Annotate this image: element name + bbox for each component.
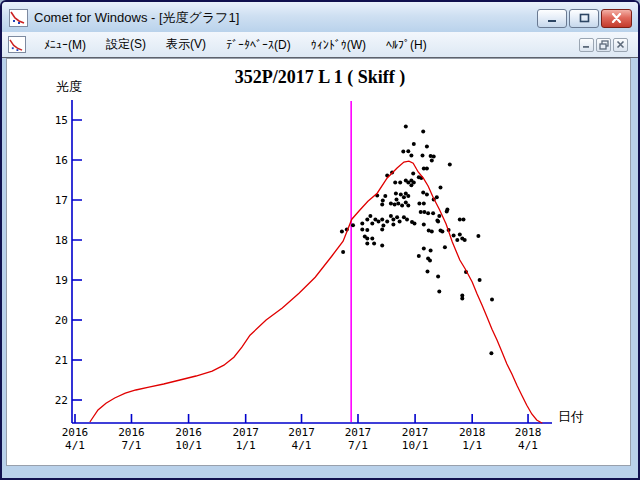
mdi-restore-icon <box>599 40 609 50</box>
menu-item-view[interactable]: 表示(V) <box>156 33 216 56</box>
menu-bar: ﾒﾆｭｰ(M)設定(S)表示(V)ﾃﾞｰﾀﾍﾞｰｽ(D)ｳｨﾝﾄﾞｳ(W)ﾍﾙﾌ… <box>2 32 638 58</box>
menu-item-menu[interactable]: ﾒﾆｭｰ(M) <box>34 35 96 55</box>
menu-item-help[interactable]: ﾍﾙﾌﾟ(H) <box>376 35 437 55</box>
mdi-close-icon <box>616 40 625 49</box>
title-bar: Comet for Windows - [光度グラフ1] <box>2 2 638 32</box>
window-title: Comet for Windows - [光度グラフ1] <box>34 9 537 27</box>
maximize-button[interactable] <box>569 9 599 28</box>
mdi-child-icon[interactable] <box>8 36 26 53</box>
menubar-items: ﾒﾆｭｰ(M)設定(S)表示(V)ﾃﾞｰﾀﾍﾞｰｽ(D)ｳｨﾝﾄﾞｳ(W)ﾍﾙﾌ… <box>34 33 579 56</box>
minimize-icon <box>547 14 557 23</box>
mdi-close-button[interactable] <box>613 38 628 52</box>
maximize-icon <box>579 13 590 23</box>
app-window: Comet for Windows - [光度グラフ1] ﾒﾆｭｰ(M)設定(S… <box>0 0 640 480</box>
close-button[interactable] <box>601 9 632 28</box>
minimize-button[interactable] <box>537 9 567 28</box>
menu-item-settings[interactable]: 設定(S) <box>96 33 156 56</box>
chart-client-area <box>6 58 631 466</box>
menu-item-database[interactable]: ﾃﾞｰﾀﾍﾞｰｽ(D) <box>216 35 301 55</box>
mdi-restore-button[interactable] <box>596 38 611 52</box>
menu-item-window[interactable]: ｳｨﾝﾄﾞｳ(W) <box>301 35 376 55</box>
app-icon <box>9 9 28 27</box>
mdi-minimize-button[interactable] <box>579 38 594 52</box>
mdi-minimize-icon <box>582 40 591 49</box>
close-icon <box>611 13 622 23</box>
